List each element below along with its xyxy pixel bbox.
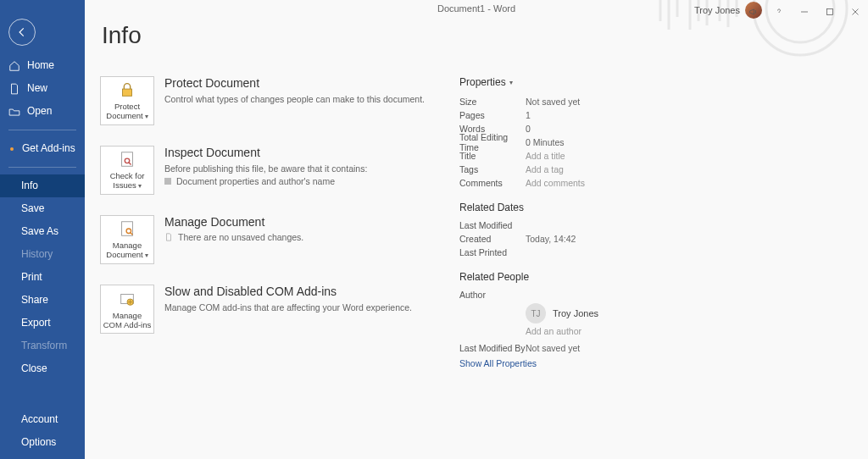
chevron-down-icon: ▾ xyxy=(509,79,513,86)
manage-document-button[interactable]: Manage Document▾ xyxy=(100,215,154,264)
prop-label: Last Printed xyxy=(459,247,526,257)
prop-label: Title xyxy=(459,151,526,161)
tile-row-protect: Protect Document▾ Protect Document Contr… xyxy=(100,76,456,125)
tile-heading: Slow and Disabled COM Add-ins xyxy=(164,285,456,298)
nav-options[interactable]: Options xyxy=(0,431,85,454)
nav-separator xyxy=(8,167,76,168)
close-window-button[interactable] xyxy=(843,0,868,24)
prop-label: Size xyxy=(459,97,526,107)
lock-icon xyxy=(118,80,136,99)
prop-row-size: SizeNot saved yet xyxy=(459,95,671,108)
nav-close[interactable]: Close xyxy=(0,357,85,380)
back-button[interactable] xyxy=(8,19,36,46)
nav-label: Account xyxy=(21,413,58,426)
tile-sub: There are no unsaved changes. xyxy=(164,232,456,242)
close-icon xyxy=(850,7,860,17)
backstage-main: Document1 - Word Troy Jones Info Protect… xyxy=(85,0,868,459)
prop-row-editing-time: Total Editing Time0 Minutes xyxy=(459,135,671,149)
tags-input[interactable]: Add a tag xyxy=(526,164,564,174)
show-all-properties-link[interactable]: Show All Properties xyxy=(459,358,537,368)
tile-text: Inspect Document Before publishing this … xyxy=(164,146,456,195)
comments-input[interactable]: Add comments xyxy=(526,178,585,188)
prop-label: Author xyxy=(459,290,526,300)
prop-label: Last Modified xyxy=(459,220,526,230)
prop-value: Not saved yet xyxy=(526,97,580,107)
nav-new[interactable]: New xyxy=(0,77,85,100)
nav-group-mid: Info Save Save As History Print Share Ex… xyxy=(0,174,85,380)
prop-value: Today, 14:42 xyxy=(526,234,576,244)
manage-doc-icon xyxy=(118,219,136,238)
tile-label: Manage Document xyxy=(106,241,142,259)
tile-label: Protect Document xyxy=(106,102,142,120)
nav-label: Print xyxy=(21,271,42,284)
properties-dropdown[interactable]: Properties ▾ xyxy=(459,76,671,88)
nav-label: Close xyxy=(21,362,47,375)
tile-text: Manage Document There are no unsaved cha… xyxy=(164,215,456,264)
author-entry[interactable]: TJ Troy Jones xyxy=(526,303,671,324)
folder-open-icon xyxy=(8,106,20,118)
nav-share[interactable]: Share xyxy=(0,289,85,312)
nav-home[interactable]: Home xyxy=(0,54,85,77)
tile-row-com-addins: Manage COM Add-ins Slow and Disabled COM… xyxy=(100,285,456,334)
properties-heading: Properties xyxy=(459,76,506,88)
related-people-heading: Related People xyxy=(459,271,671,283)
nav-label: Options xyxy=(21,436,56,449)
prop-label: Last Modified By xyxy=(459,343,526,353)
tile-text: Protect Document Control what types of c… xyxy=(164,76,456,125)
svg-rect-11 xyxy=(827,9,833,15)
nav-info[interactable]: Info xyxy=(0,174,85,197)
coming-soon-button[interactable] xyxy=(741,0,766,24)
tile-desc: Control what types of changes people can… xyxy=(164,93,456,105)
title-input[interactable]: Add a title xyxy=(526,151,565,161)
prop-row-comments: CommentsAdd comments xyxy=(459,176,671,190)
window-controls xyxy=(741,0,868,24)
prop-value: 1 xyxy=(526,110,531,120)
nav-label: Save xyxy=(21,202,44,215)
tile-label: Manage COM Add-ins xyxy=(103,311,152,329)
nav-label: Home xyxy=(27,59,54,72)
nav-open[interactable]: Open xyxy=(0,100,85,123)
prop-row-pages: Pages1 xyxy=(459,108,671,122)
nav-label: Save As xyxy=(21,225,58,238)
backstage-sidebar: Home New Open Get Add-ins Info Save Save… xyxy=(0,0,85,459)
related-dates-heading: Related Dates xyxy=(459,202,671,213)
nav-group-top: Home New Open xyxy=(0,54,85,123)
nav-label: Info xyxy=(21,180,38,192)
nav-print[interactable]: Print xyxy=(0,266,85,289)
addins-badge-icon xyxy=(10,147,14,151)
nav-label: Get Add-ins xyxy=(22,142,75,155)
minimize-icon xyxy=(799,7,810,17)
minimize-button[interactable] xyxy=(792,0,817,24)
tile-sub-text: There are no unsaved changes. xyxy=(178,232,303,242)
nav-account[interactable]: Account xyxy=(0,408,85,431)
nav-export[interactable]: Export xyxy=(0,312,85,335)
nav-save-as[interactable]: Save As xyxy=(0,220,85,243)
nav-save[interactable]: Save xyxy=(0,197,85,220)
document-icon xyxy=(8,83,20,95)
nav-label: Open xyxy=(27,105,52,118)
chevron-down-icon: ▾ xyxy=(145,113,148,120)
help-icon xyxy=(774,7,784,17)
check-for-issues-button[interactable]: Check for Issues▾ xyxy=(100,146,154,195)
app-root: Home New Open Get Add-ins Info Save Save… xyxy=(0,0,868,459)
tile-row-inspect: Check for Issues▾ Inspect Document Befor… xyxy=(100,146,456,195)
nav-label: New xyxy=(27,82,47,95)
nav-history: History xyxy=(0,243,85,266)
manage-com-addins-button[interactable]: Manage COM Add-ins xyxy=(100,285,154,334)
help-button[interactable] xyxy=(766,0,792,24)
tile-text: Slow and Disabled COM Add-ins Manage COM… xyxy=(164,285,456,334)
inspect-icon xyxy=(118,150,136,169)
nav-get-addins[interactable]: Get Add-ins xyxy=(0,137,85,160)
properties-panel: Properties ▾ SizeNot saved yet Pages1 Wo… xyxy=(459,76,671,459)
arrow-left-icon xyxy=(16,26,28,38)
tile-row-manage: Manage Document▾ Manage Document There a… xyxy=(100,215,456,264)
prop-label: Tags xyxy=(459,164,526,174)
nav-transform: Transform xyxy=(0,335,85,357)
maximize-button[interactable] xyxy=(817,0,843,24)
add-author-input[interactable]: Add an author xyxy=(526,326,671,336)
prop-row-tags: TagsAdd a tag xyxy=(459,163,671,176)
nav-separator xyxy=(8,130,76,130)
prop-row-title: TitleAdd a title xyxy=(459,149,671,163)
protect-document-button[interactable]: Protect Document▾ xyxy=(100,76,154,125)
prop-row-last-modified-by: Last Modified By Not saved yet xyxy=(459,343,671,353)
